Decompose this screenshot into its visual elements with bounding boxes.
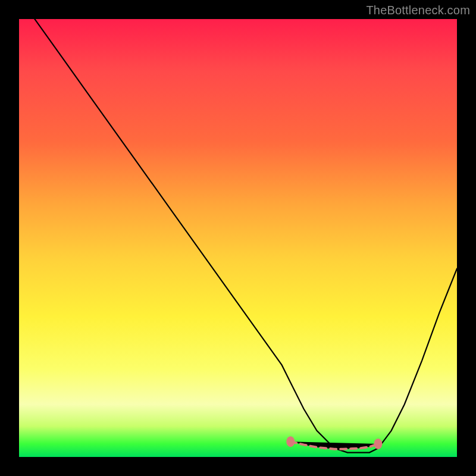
optimal-range-endpoint [374,439,383,449]
watermark-text: TheBottleneck.com [366,4,470,17]
optimal-range-endpoint [286,436,295,447]
chart-frame: TheBottleneck.com [0,0,476,476]
optimal-range-line [290,441,378,449]
optimal-range-markers [286,436,382,449]
curve-layer [19,19,457,457]
plot-area [19,19,457,457]
bottleneck-curve [19,0,457,453]
